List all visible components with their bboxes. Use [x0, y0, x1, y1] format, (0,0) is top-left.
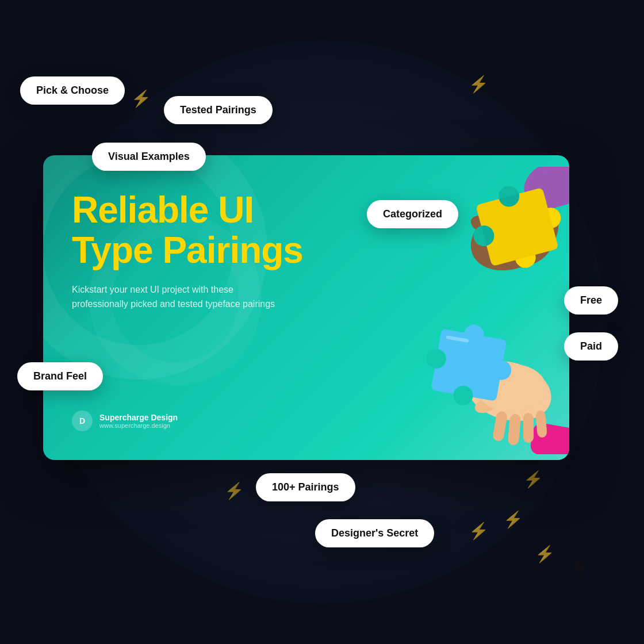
bolt-icon-1: ⚡: [131, 89, 151, 108]
brand-text: Supercharge Design www.supercharge.desig…: [99, 413, 178, 429]
main-card: Reliable UI Type Pairings Kickstart your…: [43, 155, 569, 460]
svg-rect-15: [529, 421, 569, 454]
cursor-icon: [574, 558, 586, 575]
bolt-icon-5: ⚡: [469, 522, 489, 540]
pill-categorized[interactable]: Categorized: [367, 200, 458, 228]
pill-brand-feel[interactable]: Brand Feel: [17, 362, 103, 390]
hand-top-illustration: [394, 167, 569, 316]
pill-designers-secret[interactable]: Designer's Secret: [315, 519, 434, 547]
bolt-icon-3: ⚡: [224, 481, 244, 500]
bolt-icon-6: ⚡: [523, 470, 543, 489]
pill-free[interactable]: Free: [564, 286, 618, 315]
svg-rect-20: [523, 413, 534, 443]
bolt-icon-4: ⚡: [503, 510, 523, 529]
scene: ⚡ ⚡ ⚡ ⚡ ⚡ ⚡ ⚡ Reliable UI Type Pairings …: [0, 0, 644, 644]
pill-visual-examples[interactable]: Visual Examples: [92, 143, 206, 171]
pill-100-pairings[interactable]: 100+ Pairings: [256, 473, 355, 501]
pill-paid[interactable]: Paid: [564, 332, 618, 361]
pill-pick-choose[interactable]: Pick & Choose: [20, 76, 125, 105]
hand-bottom-illustration: [405, 316, 569, 454]
brand-icon: D: [72, 411, 93, 431]
bolt-icon-2: ⚡: [469, 75, 489, 94]
card-subtitle: Kickstart your next UI project with thes…: [72, 282, 290, 312]
pill-tested-pairings[interactable]: Tested Pairings: [164, 96, 273, 124]
brand-area: D Supercharge Design www.supercharge.des…: [72, 411, 178, 431]
bolt-icon-7: ⚡: [535, 545, 555, 564]
